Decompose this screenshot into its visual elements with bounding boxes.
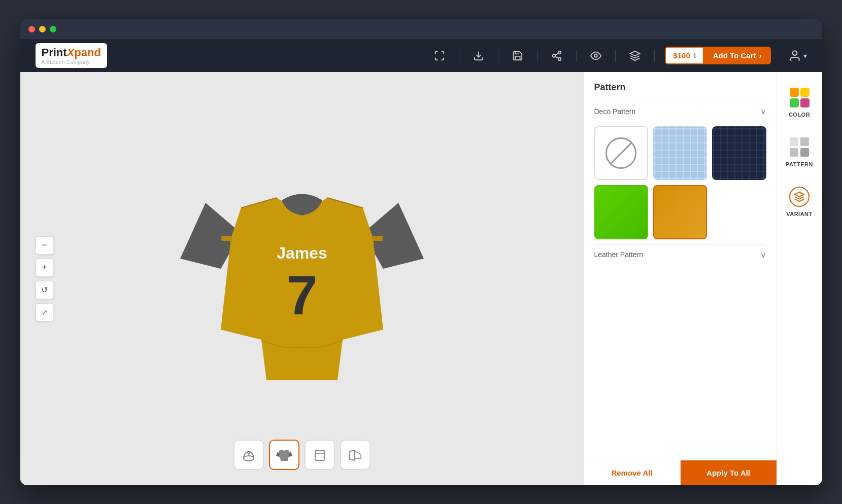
svg-line-3: [555, 56, 558, 58]
nav-icons: $100 ℹ Add To Cart › ▾: [430, 47, 806, 65]
pattern-tool-icon: [788, 136, 811, 158]
reset-view-button[interactable]: ↺: [36, 281, 54, 299]
dark-navy-pattern-item[interactable]: [712, 126, 766, 180]
back-view-button[interactable]: [305, 440, 335, 470]
svg-line-4: [555, 53, 558, 55]
logo-pand: pand: [74, 46, 101, 59]
svg-rect-11: [315, 450, 324, 460]
gold-pattern-item[interactable]: [653, 185, 707, 239]
nav-divider-5: [615, 50, 616, 62]
logo-area: PrintXpand A Biztech Company: [36, 43, 107, 68]
zoom-in-button[interactable]: +: [36, 259, 54, 277]
app-content: PrintXpand A Biztech Company: [20, 39, 822, 485]
view-buttons: [233, 440, 371, 470]
right-sidebar: COLOR PATTERN: [777, 72, 822, 485]
jersey-svg: James 7: [180, 152, 424, 406]
color-tool-icon: [788, 86, 811, 109]
jersey-container: James 7: [170, 145, 434, 413]
deco-pattern-header[interactable]: Deco Pattern ∨: [594, 101, 766, 121]
variant-tool-icon: [788, 186, 811, 208]
save-icon[interactable]: [509, 47, 527, 65]
download-icon[interactable]: [469, 47, 488, 65]
main-area: − + ↺ ⤢: [20, 72, 822, 485]
svg-point-0: [558, 51, 561, 54]
titlebar: [20, 19, 822, 39]
share-icon[interactable]: [548, 47, 566, 65]
front-view-button[interactable]: [269, 440, 299, 470]
pattern-tool-label: PATTERN: [786, 161, 813, 167]
color-tool-label: COLOR: [789, 112, 810, 118]
price-button[interactable]: $100 ℹ: [665, 47, 703, 64]
svg-point-1: [553, 54, 556, 57]
nav-divider-4: [576, 50, 577, 62]
maximize-dot[interactable]: [50, 26, 56, 32]
sleeve-view-button[interactable]: [340, 440, 371, 470]
logo: PrintXpand A Biztech Company: [42, 46, 101, 65]
pattern-scroll-area: Pattern Deco Pattern ∨: [584, 72, 777, 460]
svg-point-10: [244, 456, 254, 461]
logo-subtitle: A Biztech Company: [42, 59, 101, 65]
app-window: PrintXpand A Biztech Company: [20, 19, 822, 485]
logo-background: PrintXpand A Biztech Company: [36, 43, 107, 68]
cart-arrow-icon: ›: [759, 51, 762, 60]
leather-chevron-icon: ∨: [760, 250, 766, 260]
svg-point-7: [792, 51, 797, 55]
no-pattern-item[interactable]: [594, 126, 648, 180]
close-dot[interactable]: [28, 26, 35, 32]
blue-light-pattern-item[interactable]: [653, 126, 707, 180]
nav-divider-6: [654, 50, 655, 62]
cart-group: $100 ℹ Add To Cart ›: [665, 47, 770, 64]
svg-rect-13: [790, 137, 798, 146]
svg-text:James: James: [277, 244, 327, 262]
panel-title: Pattern: [594, 82, 766, 93]
apply-all-button[interactable]: Apply To All: [681, 460, 777, 485]
svg-marker-6: [630, 51, 639, 55]
svg-rect-16: [800, 148, 809, 157]
variant-tool-label: VARIANT: [786, 211, 813, 217]
svg-text:7: 7: [286, 264, 317, 326]
price-label: $100: [673, 51, 690, 60]
canvas-area: − + ↺ ⤢: [20, 72, 584, 485]
deco-chevron-icon: ∨: [760, 106, 766, 116]
fit-view-button[interactable]: ⤢: [36, 303, 54, 321]
color-dots: [790, 88, 810, 107]
view-icon[interactable]: [587, 47, 605, 65]
logo-print: Print: [42, 46, 67, 59]
sidebar-tool-pattern[interactable]: PATTERN: [782, 132, 817, 171]
nav-divider-1: [459, 50, 459, 62]
add-to-cart-button[interactable]: Add To Cart ›: [704, 47, 771, 64]
nav-divider-2: [498, 50, 498, 62]
svg-point-2: [558, 57, 561, 60]
svg-marker-17: [795, 192, 804, 197]
collar-view-button[interactable]: [233, 440, 264, 470]
variant-3d-icon: [794, 191, 805, 202]
remove-all-button[interactable]: Remove All: [584, 460, 681, 485]
zoom-out-button[interactable]: −: [36, 236, 54, 255]
svg-rect-14: [800, 137, 809, 146]
expand-icon[interactable]: [430, 47, 449, 65]
color-dot-orange: [790, 88, 799, 97]
svg-rect-15: [790, 148, 798, 157]
color-dot-pink: [800, 98, 810, 107]
3d-icon[interactable]: [626, 47, 644, 65]
minimize-dot[interactable]: [39, 26, 46, 32]
user-chevron-icon: ▾: [803, 52, 807, 60]
svg-point-5: [595, 54, 598, 57]
user-button[interactable]: ▾: [788, 49, 807, 62]
logo-x: X: [67, 46, 75, 59]
leather-pattern-header[interactable]: Leather Pattern ∨: [594, 244, 766, 265]
logo-text: PrintXpand: [42, 46, 101, 59]
deco-pattern-label: Deco Pattern: [594, 107, 636, 116]
panel-actions: Remove All Apply To All: [584, 460, 777, 485]
green-pattern-item[interactable]: [594, 185, 648, 239]
sidebar-tool-color[interactable]: COLOR: [784, 82, 815, 122]
color-dot-yellow: [800, 88, 810, 97]
color-dot-green: [790, 98, 799, 107]
pattern-icon-svg: [790, 137, 809, 157]
pattern-panel: Pattern Deco Pattern ∨: [584, 72, 777, 485]
leather-pattern-label: Leather Pattern: [594, 250, 644, 259]
deco-pattern-grid: [594, 121, 766, 244]
sidebar-tool-variant[interactable]: VARIANT: [782, 182, 817, 221]
price-info-icon: ℹ: [693, 52, 696, 59]
zoom-controls: − + ↺ ⤢: [36, 236, 54, 321]
